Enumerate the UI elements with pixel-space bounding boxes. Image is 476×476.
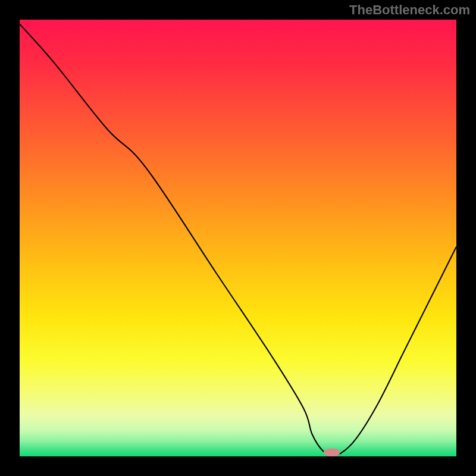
gradient-background — [20, 20, 456, 456]
chart-container: TheBottleneck.com — [0, 0, 476, 476]
optimal-marker — [324, 448, 340, 456]
watermark-text: TheBottleneck.com — [349, 2, 470, 18]
chart-plot — [20, 20, 456, 456]
